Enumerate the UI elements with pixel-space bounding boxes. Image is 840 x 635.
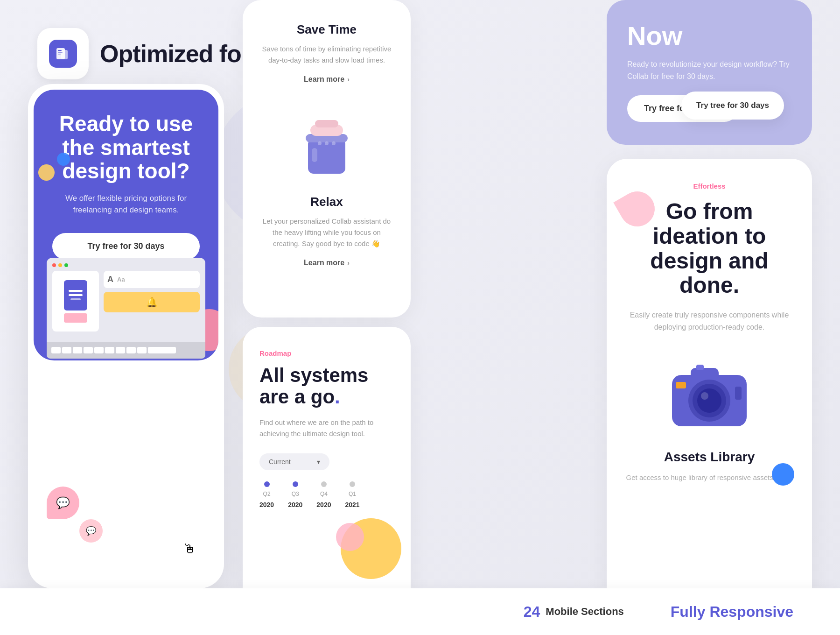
timeline-q4: Q1	[349, 491, 356, 497]
timeline-y2: 2020	[288, 501, 302, 508]
card-roadmap: Roadmap All systemsare a go. Find out wh…	[243, 327, 411, 607]
chat-bubble-2: 💬	[79, 519, 103, 543]
save-time-title: Save Time	[297, 22, 357, 37]
assets-title: Assets Library	[625, 450, 793, 465]
ideation-desc: Easily create truly responsive component…	[625, 309, 793, 333]
stat-fully-responsive: Fully Responsive	[671, 603, 793, 621]
timeline-dot-2	[293, 481, 298, 487]
svg-rect-8	[315, 120, 338, 127]
logo-icon	[49, 40, 77, 68]
try-free-card: Try tree for 30 days	[681, 92, 784, 120]
timeline-y3: 2020	[316, 501, 331, 508]
stat-label-2: Fully Responsive	[671, 603, 793, 621]
learn-more-relax-label: Learn more	[304, 259, 344, 267]
coffee-cup-illustration	[294, 106, 359, 181]
svg-point-18	[701, 392, 708, 400]
phone-purple-section: Ready to use the smartest design tool? W…	[34, 90, 218, 360]
ready-text: Ready to use the smartest design tool?	[52, 112, 200, 183]
select-current-label: Current	[269, 458, 291, 466]
assets-desc: Get access to huge library of responsive…	[625, 472, 793, 483]
timeline-q3: Q4	[320, 491, 328, 497]
svg-point-9	[318, 141, 322, 145]
roadmap-label: Roadmap	[259, 349, 394, 357]
blue-dot-ideation	[772, 463, 794, 486]
mouse-icon: 🖱	[183, 541, 196, 557]
timeline-dot-4	[350, 481, 355, 487]
phone-card-main: Ready to use the smartest design tool? W…	[28, 84, 224, 588]
svg-point-17	[697, 388, 721, 413]
desktop-mockup: A Aa 🔔	[47, 258, 205, 360]
svg-rect-14	[691, 368, 719, 380]
card-save-time: Save Time Save tons of time by eliminati…	[243, 0, 411, 318]
timeline-q1: Q2	[263, 491, 271, 497]
roadmap-title: All systemsare a go.	[259, 365, 394, 408]
timeline-q2: Q3	[292, 491, 299, 497]
now-desc: Ready to revolutionize your design workf…	[627, 58, 791, 82]
phone-try-button[interactable]: Try free for 30 days	[52, 233, 200, 260]
learn-more-save-label: Learn more	[304, 75, 344, 84]
relax-desc: Let your personalized Collab assistant d…	[259, 216, 394, 249]
chevron-right-icon: ›	[347, 76, 350, 83]
svg-rect-12	[312, 148, 317, 162]
timeline-row: Q2 2020 Q3 2020 Q4 2020 Q1 2021	[259, 481, 394, 508]
roadmap-select[interactable]: Current ▾	[259, 453, 329, 470]
stat-number-1: 24	[524, 603, 540, 621]
relax-title: Relax	[310, 195, 343, 209]
now-title: Now	[627, 21, 791, 51]
chevron-right-icon-2: ›	[347, 259, 350, 267]
svg-point-11	[332, 141, 336, 145]
timeline-item-4: Q1 2021	[345, 481, 359, 508]
card-ideation: Effortless Go from ideation to design an…	[607, 159, 812, 616]
effortless-label: Effortless	[625, 182, 793, 190]
phone-sub-text: We offer flexible pricing options for fr…	[52, 192, 200, 216]
chevron-down-icon: ▾	[317, 458, 320, 466]
try-free-button[interactable]: Try tree for 30 days	[696, 101, 769, 110]
chat-bubble-1: 💬	[47, 487, 79, 519]
timeline-y1: 2020	[259, 501, 274, 508]
svg-rect-2	[58, 50, 62, 51]
card-now: Now Ready to revolutionize your design w…	[607, 0, 812, 145]
timeline-item-1: Q2 2020	[259, 481, 274, 508]
svg-rect-22	[696, 365, 704, 370]
svg-rect-3	[58, 52, 63, 53]
pink-blob-roadmap	[336, 523, 364, 551]
learn-more-save-btn[interactable]: Learn more ›	[304, 75, 350, 84]
svg-rect-1	[61, 50, 68, 59]
roadmap-desc: Find out where we are on the path to ach…	[259, 417, 394, 439]
camera-illustration	[663, 352, 756, 436]
timeline-dot-1	[264, 481, 270, 487]
logo-box	[37, 28, 89, 79]
timeline-y4: 2021	[345, 501, 359, 508]
svg-rect-20	[676, 382, 686, 388]
timeline-dot-3	[321, 481, 327, 487]
stat-mobile-sections: 24 Mobile Sections	[524, 603, 624, 621]
svg-rect-21	[735, 387, 742, 400]
learn-more-relax-btn[interactable]: Learn more ›	[304, 259, 350, 267]
stat-label-1: Mobile Sections	[546, 606, 623, 618]
timeline-item-3: Q4 2020	[316, 481, 331, 508]
save-time-desc: Save tons of time by eliminating repetit…	[259, 43, 394, 66]
bottom-stats-bar: 24 Mobile Sections Fully Responsive	[0, 588, 840, 635]
timeline-item-2: Q3 2020	[288, 481, 302, 508]
svg-point-10	[325, 141, 329, 145]
svg-rect-4	[58, 54, 61, 55]
